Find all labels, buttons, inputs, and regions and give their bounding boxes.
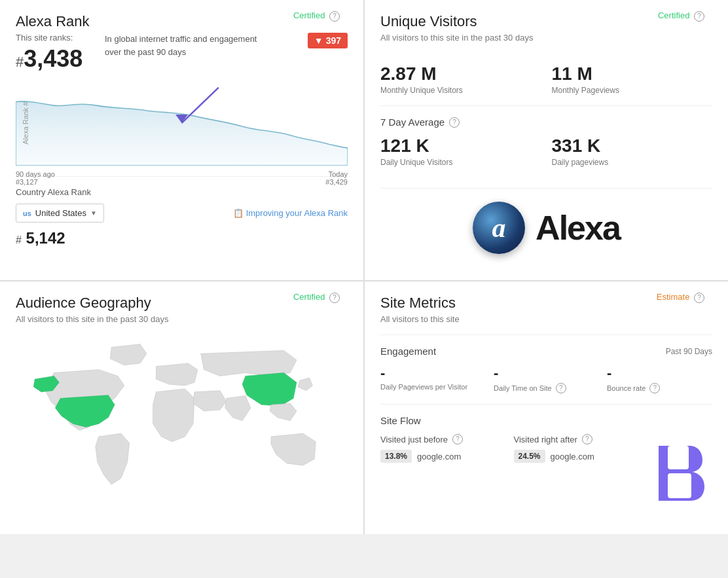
rank-chart-svg [16,81,348,166]
daily-pageviews-value: 331 K [552,135,713,156]
brand-logo-container [647,434,712,521]
daily-time-label: Daily Time on Site ? [494,383,599,393]
site-flow-section: Site Flow Visited just before ? 13.8% go… [380,404,712,521]
chart-y-label: Alexa Rank # [22,101,29,144]
flow-after-pct-1: 24.5% [514,450,545,463]
visited-before-column: Visited just before ? 13.8% google.com [380,434,514,521]
svg-rect-2 [659,446,668,501]
past-days-label: Past 90 Days [666,347,712,356]
uv-certified-info-icon[interactable]: ? [694,11,704,22]
rank-number: #3,438 [16,45,94,73]
monthly-visitors-value: 2.87 M [380,63,541,84]
daily-visitors-value: 121 K [380,135,541,156]
pageviews-per-visitor-label: Daily Pageviews per Visitor [380,383,486,391]
daily-visitors-label: Daily Unique Visitors [380,158,541,167]
daily-visitors-stat: 121 K Daily Unique Visitors [380,135,541,167]
country-rank-section: Country Alexa Rank us United States ▼ 📋 … [16,176,348,247]
country-select[interactable]: us United States ▼ [16,204,104,223]
seven-day-section: 7 Day Average ? 121 K Daily Unique Visit… [380,106,712,189]
country-name: United States [35,208,86,218]
daily-pageviews-per-visitor: - Daily Pageviews per Visitor [380,365,486,393]
estimate-info-icon[interactable]: ? [694,293,704,303]
daily-pageviews-stat: 331 K Daily pageviews [552,135,713,167]
geo-certified-badge: Certified ? [293,292,340,303]
flow-before-pct-1: 13.8% [380,450,412,463]
geo-certified-info-icon[interactable]: ? [329,293,340,303]
engagement-header: Engagement Past 90 Days [380,346,712,357]
flow-before-site-1: google.com [417,452,461,461]
monthly-pageviews-value: 11 M [552,63,713,84]
unique-visitors-subtitle: All visitors to this site in the past 30… [380,33,712,43]
metrics-row: - Daily Pageviews per Visitor - Daily Ti… [380,365,712,393]
world-map-container [16,334,348,515]
improve-icon: 📋 [233,208,244,218]
country-rank-label: Country Alexa Rank [16,187,348,197]
country-select-row: us United States ▼ 📋 Improving your Alex… [16,204,348,223]
certified-badge: Certified ? [293,10,340,22]
flow-after-item-1: 24.5% google.com [514,450,647,463]
flow-before-item-1: 13.8% google.com [380,450,514,463]
daily-pageviews-label: Daily pageviews [552,158,713,167]
country-rank-number: # 5,142 [16,229,348,247]
alexa-logo-text: Alexa [536,208,620,247]
site-flow-title: Site Flow [380,415,712,426]
monthly-pageviews-label: Monthly Pageviews [552,86,713,95]
flow-after-site-1: google.com [551,452,594,461]
uv-certified-badge: Certified ? [658,10,704,22]
svg-rect-3 [668,446,689,469]
visited-after-info-icon[interactable]: ? [582,434,592,444]
certified-info-icon[interactable]: ? [329,11,340,22]
bounce-rate-info-icon[interactable]: ? [649,383,660,393]
visited-before-info-icon[interactable]: ? [452,434,463,444]
svg-rect-4 [668,473,691,498]
monthly-stats-row: 2.87 M Monthly Unique Visitors 11 M Mont… [380,53,712,106]
world-map-svg [16,334,348,513]
bounce-rate-metric: - Bounce rate ? [607,365,712,393]
visited-before-header: Visited just before ? [380,434,514,444]
daily-stats-row: 121 K Daily Unique Visitors 331 K Daily … [380,135,712,177]
seven-day-info-icon[interactable]: ? [449,117,460,128]
seven-day-title: 7 Day Average ? [380,117,712,128]
chevron-down-icon: ▼ [90,209,97,217]
alexa-rank-chart: Alexa Rank # 90 days ago # [16,81,348,166]
country-flag: us [23,209,31,217]
daily-time-info-icon[interactable]: ? [556,383,566,393]
site-flow-content: Visited just before ? 13.8% google.com V… [380,434,712,521]
alexa-rank-panel: Certified ? Alexa Rank This site ranks: … [0,0,363,280]
chart-bottom-labels: 90 days ago #3,127 Today #3,429 [16,170,348,186]
monthly-visitors-stat: 2.87 M Monthly Unique Visitors [380,63,541,95]
visited-after-header: Visited right after ? [514,434,647,444]
engagement-section: Engagement Past 90 Days - Daily Pageview… [380,334,712,393]
unique-visitors-panel: Certified ? Unique Visitors All visitors… [365,0,728,280]
site-metrics-subtitle: All visitors to this site [380,314,712,324]
rank-change-badge: ▼ 397 [308,33,348,48]
visited-after-column: Visited right after ? 24.5% google.com [514,434,647,521]
this-site-ranks-label: This site ranks: [16,33,94,43]
alexa-logo-section: a Alexa [380,189,712,267]
monthly-pageviews-stat: 11 M Monthly Pageviews [552,63,713,95]
brand-logo-b [653,441,706,515]
daily-time-value: - [494,365,599,382]
audience-geography-subtitle: All visitors to this site in the past 30… [16,314,348,324]
improve-rank-link[interactable]: 📋 Improving your Alexa Rank [233,208,348,218]
audience-geography-panel: Certified ? Audience Geography All visit… [0,281,363,534]
bounce-rate-value: - [607,365,712,382]
daily-time-on-site: - Daily Time on Site ? [494,365,599,393]
bounce-rate-label: Bounce rate ? [607,383,712,393]
estimate-badge: Estimate ? [657,292,704,303]
monthly-visitors-label: Monthly Unique Visitors [380,86,541,95]
alexa-a-letter: a [492,212,506,244]
site-metrics-panel: Estimate ? Site Metrics All visitors to … [365,281,728,534]
pageviews-per-visitor-value: - [380,365,486,382]
alexa-logo-circle: a [473,202,525,254]
engagement-title: Engagement [380,346,436,357]
